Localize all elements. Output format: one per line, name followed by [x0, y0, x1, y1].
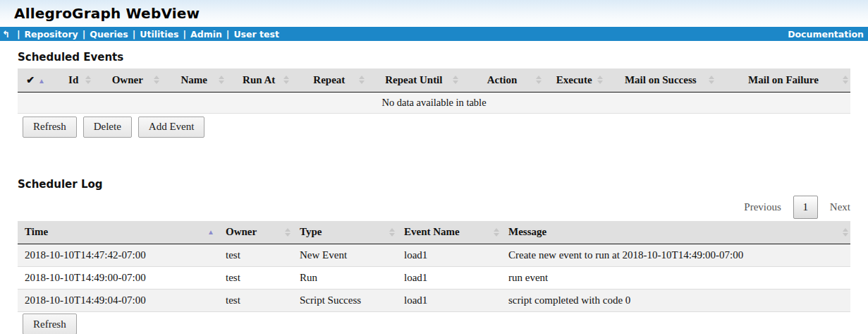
sort-icon [154, 76, 159, 84]
cell-message: script completed with code 0 [501, 290, 850, 312]
column-header-mail-on-failure[interactable]: Mail on Failure [716, 68, 850, 92]
sort-icon [843, 228, 848, 237]
nav-item-user-test[interactable]: User test [233, 29, 279, 40]
nav-divider: | [226, 29, 230, 40]
column-header-time[interactable]: Time▲ [18, 221, 219, 244]
cell-type: Script Success [293, 290, 397, 312]
check-icon: ✔ [26, 75, 35, 85]
scheduler-log-heading: Scheduler Log [18, 178, 850, 191]
empty-table-message: No data available in table [18, 92, 850, 113]
pagination: Previous 1 Next [18, 195, 850, 220]
sort-icon [453, 76, 458, 84]
column-header-repeat[interactable]: Repeat [291, 68, 367, 92]
sort-icon [597, 76, 603, 84]
column-header-repeat-until[interactable]: Repeat Until [367, 68, 460, 92]
sort-icon [494, 228, 499, 237]
cell-event-name: load1 [397, 267, 501, 290]
log-table-row: 2018-10-10T14:47:42-07:00 test New Event… [18, 244, 850, 267]
scheduled-events-buttons: Refresh Delete Add Event [18, 117, 850, 138]
sort-ascending-icon: ▲ [207, 228, 214, 236]
column-header-select[interactable]: ✔▲ [18, 68, 54, 92]
nav-item-utilities[interactable]: Utilities [140, 29, 178, 40]
cell-message: Create new event to run at 2018-10-10T14… [501, 244, 850, 267]
sort-icon [219, 76, 224, 84]
scheduler-log-table: Time▲ Owner Type Event Name Message 2018… [18, 221, 850, 313]
column-header-execute[interactable]: Execute [544, 68, 605, 92]
column-header-event-name[interactable]: Event Name [397, 221, 501, 244]
add-event-button[interactable]: Add Event [138, 117, 205, 138]
nav-item-queries[interactable]: Queries [90, 29, 128, 40]
scheduler-log-buttons: Refresh [18, 314, 850, 334]
delete-button[interactable]: Delete [83, 117, 132, 138]
log-refresh-button[interactable]: Refresh [23, 314, 77, 334]
next-page-button[interactable]: Next [830, 201, 850, 213]
scheduler-log-header-row: Time▲ Owner Type Event Name Message [18, 221, 850, 244]
column-header-action[interactable]: Action [460, 68, 543, 92]
sort-icon [283, 76, 289, 84]
nav-divider: | [183, 29, 186, 40]
column-header-id[interactable]: Id [54, 68, 93, 92]
sort-icon [85, 76, 91, 84]
cell-owner: test [219, 290, 293, 312]
nav-divider: | [133, 29, 136, 40]
sort-icon [359, 76, 365, 84]
nav-item-repository[interactable]: Repository [24, 29, 78, 40]
page-title: AllegroGraph WebView [14, 5, 868, 22]
column-header-owner[interactable]: Owner [93, 68, 161, 92]
page-header: AllegroGraph WebView [0, 0, 868, 27]
cell-event-name: load1 [397, 244, 501, 267]
sort-ascending-icon: ▲ [38, 77, 45, 85]
column-header-name[interactable]: Name [161, 68, 226, 92]
cell-owner: test [219, 244, 293, 267]
page-number-button[interactable]: 1 [793, 196, 818, 219]
log-table-row: 2018-10-10T14:49:04-07:00 test Script Su… [18, 290, 850, 312]
cell-time: 2018-10-10T14:49:04-07:00 [18, 290, 219, 312]
sort-icon [843, 76, 848, 84]
nav-item-admin[interactable]: Admin [190, 29, 222, 40]
column-header-type[interactable]: Type [293, 221, 397, 244]
sort-icon [285, 228, 291, 237]
cell-type: New Event [293, 244, 397, 267]
nav-divider: | [17, 29, 20, 40]
sort-icon [709, 76, 714, 84]
scheduled-events-table: ✔▲ Id Owner Name Run At Repeat Repeat Un… [18, 68, 850, 114]
cell-owner: test [219, 267, 293, 290]
sort-icon [389, 228, 395, 237]
nav-item-documentation[interactable]: Documentation [788, 29, 864, 40]
sort-icon [536, 76, 542, 84]
empty-table-row: No data available in table [18, 92, 850, 113]
main-navbar: ↰ | Repository | Queries | Utilities | A… [0, 27, 868, 41]
column-header-mail-on-success[interactable]: Mail on Success [605, 68, 716, 92]
column-header-run-at[interactable]: Run At [226, 68, 291, 92]
refresh-button[interactable]: Refresh [23, 117, 77, 138]
previous-page-button[interactable]: Previous [744, 201, 781, 213]
cell-time: 2018-10-10T14:49:00-07:00 [18, 267, 219, 290]
nav-divider: | [82, 29, 86, 40]
back-arrow-icon[interactable]: ↰ [2, 29, 10, 40]
column-header-message[interactable]: Message [501, 221, 850, 244]
cell-time: 2018-10-10T14:47:42-07:00 [18, 244, 219, 267]
main-content: Scheduled Events ✔▲ Id Owner Name Run At… [0, 51, 868, 334]
cell-message: run event [501, 267, 850, 290]
cell-event-name: load1 [397, 290, 501, 312]
scheduled-events-header-row: ✔▲ Id Owner Name Run At Repeat Repeat Un… [18, 68, 850, 92]
log-table-row: 2018-10-10T14:49:00-07:00 test Run load1… [18, 267, 850, 290]
cell-type: Run [293, 267, 397, 290]
scheduled-events-heading: Scheduled Events [18, 51, 850, 64]
column-header-log-owner[interactable]: Owner [219, 221, 293, 244]
